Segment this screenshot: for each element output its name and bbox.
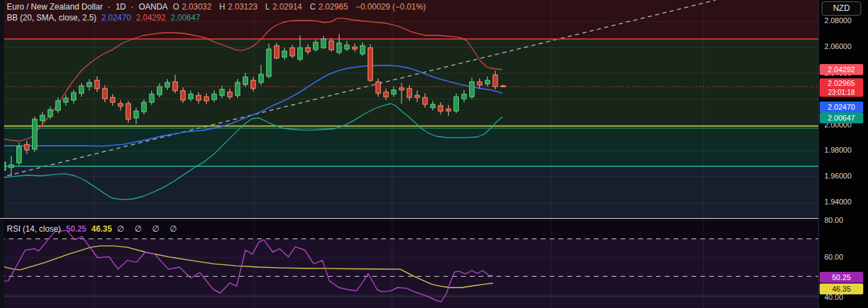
candle-body	[40, 115, 45, 121]
bb-upper-price-badge: 2.04292	[820, 64, 863, 75]
candle-body	[110, 97, 115, 102]
candle-body	[353, 47, 357, 49]
candle-body	[48, 110, 53, 117]
candle-body	[9, 165, 14, 168]
left-edge-strip	[0, 0, 4, 308]
bb-upper-value: 2.04292	[136, 13, 165, 22]
bb-lower-price-badge: 2.00647	[820, 112, 863, 123]
candle-body	[407, 89, 412, 97]
axis-label-rsi: 80.00	[824, 216, 843, 224]
axis-label: 2.06000	[824, 42, 852, 50]
symbol-legend[interactable]: Euro / New Zealand Dollar · 1D · OANDA O…	[7, 2, 429, 12]
candle-body	[204, 97, 209, 101]
bb-legend[interactable]: BB (20, SMA, close, 2.5) 2.02470 2.04292…	[7, 13, 203, 22]
candle-body	[454, 97, 459, 111]
candle-body	[470, 82, 475, 97]
candle-body	[290, 48, 295, 56]
candle-body	[305, 48, 310, 52]
bb-basis-value: 2.02470	[102, 13, 131, 22]
candle-body	[149, 94, 154, 102]
rsi-main-value: 50.25	[66, 224, 87, 234]
candle-body	[376, 82, 380, 93]
candle-body	[235, 82, 240, 95]
candle-body	[251, 80, 256, 89]
timeframe-label[interactable]: 1D	[115, 2, 125, 12]
candle-body	[56, 101, 61, 110]
candle-body	[477, 82, 482, 85]
candle-body	[400, 88, 404, 90]
candle-body	[329, 41, 334, 50]
candle-body	[258, 74, 263, 82]
candle-body	[282, 51, 287, 57]
candle-body	[485, 80, 490, 84]
rsi-empty-values: ∅ ∅ ∅ ∅	[117, 224, 181, 234]
current-price-value: 2.02965	[820, 79, 863, 88]
legend-dot: ·	[131, 2, 134, 12]
lower-zone	[0, 166, 818, 218]
open-label: O2.03032	[173, 2, 214, 12]
candle-body	[72, 93, 76, 100]
main-zone	[0, 39, 818, 126]
rsi-ma-value: 46.35	[91, 224, 112, 234]
candle-body	[63, 98, 68, 102]
low-label: L2.02914	[265, 2, 305, 12]
candle-body	[415, 95, 419, 97]
current-price-badge: 2.02965 23:01:18	[820, 78, 863, 97]
candle-body	[446, 109, 451, 111]
candle-body	[102, 89, 107, 99]
axis-label-rsi: 60.00	[824, 253, 843, 261]
axis-label: 2.08000	[824, 16, 852, 25]
candle-body	[314, 42, 318, 50]
candle-body	[321, 39, 326, 48]
price-axis[interactable]: NZD 2.08000 2.06000 2.04000 2.00000 1.98…	[818, 0, 868, 308]
axis-label: 1.94000	[824, 198, 852, 206]
candle-body	[493, 75, 498, 87]
trading-chart-window: Euro / New Zealand Dollar · 1D · OANDA O…	[0, 0, 868, 308]
candle-body	[298, 48, 303, 59]
pane-separator[interactable]	[0, 218, 818, 219]
currency-toggle-button[interactable]: NZD	[822, 1, 861, 16]
candle-body	[87, 82, 92, 87]
candle-body	[196, 95, 201, 100]
candle-body	[25, 144, 29, 150]
candle-body	[220, 89, 224, 95]
candle-body	[188, 94, 193, 99]
legend-dot: ·	[108, 2, 110, 12]
candle-body	[368, 48, 373, 80]
candle-body	[462, 94, 466, 99]
price-pane-canvas[interactable]	[0, 0, 818, 218]
bb-indicator-label[interactable]: BB (20, SMA, close, 2.5)	[7, 13, 96, 22]
candle-body	[142, 102, 147, 112]
axis-label: 1.98000	[824, 146, 852, 154]
candle-body	[391, 90, 396, 94]
candle-body	[32, 119, 37, 149]
rsi-legend[interactable]: RSI (14, close) 50.25 46.35 ∅ ∅ ∅ ∅	[7, 224, 183, 234]
exchange-label[interactable]: OANDA	[138, 2, 168, 12]
support-zone	[0, 126, 818, 166]
candle-body	[384, 92, 389, 97]
candle-body	[360, 46, 365, 54]
candle-body	[118, 104, 123, 106]
candle-body	[500, 86, 505, 87]
candle-body	[228, 92, 233, 97]
candle-body	[95, 80, 100, 89]
candle-body	[423, 97, 428, 104]
change-label: −0.00029 (−0.01%)	[356, 2, 426, 12]
candle-body	[17, 147, 22, 163]
rsi-value-badge: 50.25	[820, 272, 863, 283]
rsi-ma-value-badge: 46.35	[820, 283, 863, 294]
candle-body	[344, 45, 349, 49]
candle-body	[267, 49, 271, 76]
high-label: H2.03123	[220, 2, 260, 12]
candle-body	[126, 104, 131, 119]
rsi-indicator-label[interactable]: RSI (14, close)	[7, 224, 61, 234]
bb-basis-price-badge: 2.02470	[820, 102, 863, 112]
close-label: C2.02965	[310, 2, 350, 12]
symbol-title[interactable]: Euro / New Zealand Dollar	[7, 2, 103, 12]
candle-body	[134, 111, 138, 118]
candle-body	[173, 82, 178, 91]
axis-label: 1.96000	[824, 172, 852, 180]
countdown-timer: 23:01:18	[820, 88, 863, 97]
candle-body	[337, 43, 342, 52]
bb-lower-value: 2.00647	[170, 13, 200, 22]
